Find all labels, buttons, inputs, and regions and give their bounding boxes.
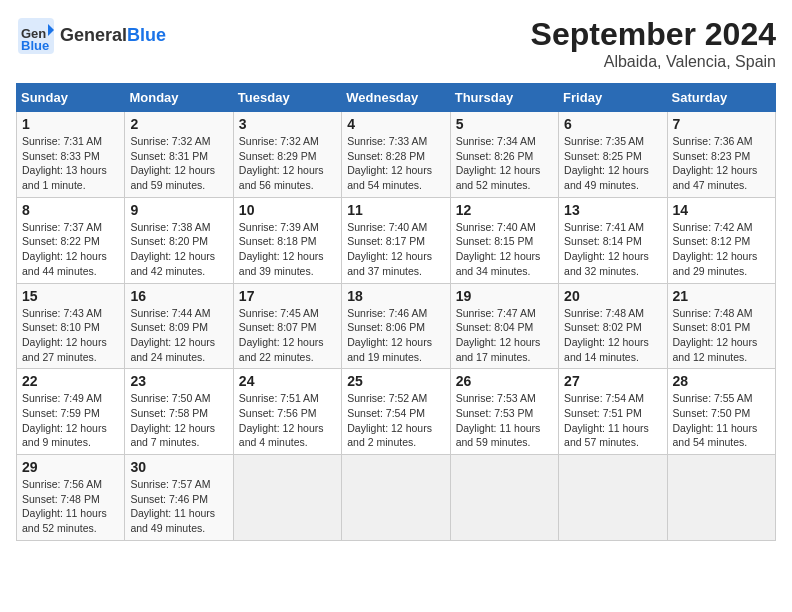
day-info: Sunrise: 7:45 AM Sunset: 8:07 PM Dayligh…	[239, 306, 336, 365]
calendar-cell: 3Sunrise: 7:32 AM Sunset: 8:29 PM Daylig…	[233, 112, 341, 198]
day-info: Sunrise: 7:46 AM Sunset: 8:06 PM Dayligh…	[347, 306, 444, 365]
logo-blue: Blue	[127, 25, 166, 45]
day-of-week-monday: Monday	[125, 84, 233, 112]
calendar-cell: 8Sunrise: 7:37 AM Sunset: 8:22 PM Daylig…	[17, 197, 125, 283]
day-info: Sunrise: 7:52 AM Sunset: 7:54 PM Dayligh…	[347, 391, 444, 450]
day-number: 10	[239, 202, 336, 218]
calendar: SundayMondayTuesdayWednesdayThursdayFrid…	[16, 83, 776, 541]
day-number: 21	[673, 288, 770, 304]
day-number: 1	[22, 116, 119, 132]
day-number: 2	[130, 116, 227, 132]
calendar-week-4: 22Sunrise: 7:49 AM Sunset: 7:59 PM Dayli…	[17, 369, 776, 455]
calendar-cell: 10Sunrise: 7:39 AM Sunset: 8:18 PM Dayli…	[233, 197, 341, 283]
day-info: Sunrise: 7:32 AM Sunset: 8:31 PM Dayligh…	[130, 134, 227, 193]
calendar-cell: 15Sunrise: 7:43 AM Sunset: 8:10 PM Dayli…	[17, 283, 125, 369]
day-number: 5	[456, 116, 553, 132]
day-info: Sunrise: 7:54 AM Sunset: 7:51 PM Dayligh…	[564, 391, 661, 450]
day-number: 22	[22, 373, 119, 389]
day-info: Sunrise: 7:35 AM Sunset: 8:25 PM Dayligh…	[564, 134, 661, 193]
calendar-cell	[559, 455, 667, 541]
day-number: 4	[347, 116, 444, 132]
day-info: Sunrise: 7:53 AM Sunset: 7:53 PM Dayligh…	[456, 391, 553, 450]
calendar-cell: 26Sunrise: 7:53 AM Sunset: 7:53 PM Dayli…	[450, 369, 558, 455]
calendar-cell: 27Sunrise: 7:54 AM Sunset: 7:51 PM Dayli…	[559, 369, 667, 455]
day-info: Sunrise: 7:51 AM Sunset: 7:56 PM Dayligh…	[239, 391, 336, 450]
calendar-cell: 24Sunrise: 7:51 AM Sunset: 7:56 PM Dayli…	[233, 369, 341, 455]
day-info: Sunrise: 7:42 AM Sunset: 8:12 PM Dayligh…	[673, 220, 770, 279]
day-number: 19	[456, 288, 553, 304]
location-title: Albaida, Valencia, Spain	[531, 53, 776, 71]
day-info: Sunrise: 7:49 AM Sunset: 7:59 PM Dayligh…	[22, 391, 119, 450]
calendar-cell: 23Sunrise: 7:50 AM Sunset: 7:58 PM Dayli…	[125, 369, 233, 455]
day-number: 3	[239, 116, 336, 132]
day-number: 24	[239, 373, 336, 389]
day-number: 27	[564, 373, 661, 389]
calendar-cell: 7Sunrise: 7:36 AM Sunset: 8:23 PM Daylig…	[667, 112, 775, 198]
day-number: 11	[347, 202, 444, 218]
day-info: Sunrise: 7:55 AM Sunset: 7:50 PM Dayligh…	[673, 391, 770, 450]
month-title: September 2024	[531, 16, 776, 53]
day-number: 20	[564, 288, 661, 304]
day-number: 9	[130, 202, 227, 218]
calendar-cell: 13Sunrise: 7:41 AM Sunset: 8:14 PM Dayli…	[559, 197, 667, 283]
day-of-week-wednesday: Wednesday	[342, 84, 450, 112]
day-info: Sunrise: 7:39 AM Sunset: 8:18 PM Dayligh…	[239, 220, 336, 279]
day-number: 13	[564, 202, 661, 218]
day-info: Sunrise: 7:43 AM Sunset: 8:10 PM Dayligh…	[22, 306, 119, 365]
day-number: 8	[22, 202, 119, 218]
day-number: 7	[673, 116, 770, 132]
day-info: Sunrise: 7:41 AM Sunset: 8:14 PM Dayligh…	[564, 220, 661, 279]
calendar-cell: 25Sunrise: 7:52 AM Sunset: 7:54 PM Dayli…	[342, 369, 450, 455]
day-info: Sunrise: 7:32 AM Sunset: 8:29 PM Dayligh…	[239, 134, 336, 193]
day-number: 17	[239, 288, 336, 304]
day-number: 15	[22, 288, 119, 304]
day-of-week-friday: Friday	[559, 84, 667, 112]
calendar-cell: 14Sunrise: 7:42 AM Sunset: 8:12 PM Dayli…	[667, 197, 775, 283]
calendar-cell: 28Sunrise: 7:55 AM Sunset: 7:50 PM Dayli…	[667, 369, 775, 455]
day-info: Sunrise: 7:57 AM Sunset: 7:46 PM Dayligh…	[130, 477, 227, 536]
day-info: Sunrise: 7:48 AM Sunset: 8:01 PM Dayligh…	[673, 306, 770, 365]
header: Gen Blue GeneralBlue September 2024 Alba…	[16, 16, 776, 71]
day-number: 30	[130, 459, 227, 475]
calendar-cell	[450, 455, 558, 541]
day-info: Sunrise: 7:50 AM Sunset: 7:58 PM Dayligh…	[130, 391, 227, 450]
day-info: Sunrise: 7:40 AM Sunset: 8:15 PM Dayligh…	[456, 220, 553, 279]
calendar-cell: 20Sunrise: 7:48 AM Sunset: 8:02 PM Dayli…	[559, 283, 667, 369]
day-info: Sunrise: 7:38 AM Sunset: 8:20 PM Dayligh…	[130, 220, 227, 279]
calendar-cell: 6Sunrise: 7:35 AM Sunset: 8:25 PM Daylig…	[559, 112, 667, 198]
day-info: Sunrise: 7:47 AM Sunset: 8:04 PM Dayligh…	[456, 306, 553, 365]
calendar-cell: 16Sunrise: 7:44 AM Sunset: 8:09 PM Dayli…	[125, 283, 233, 369]
calendar-cell	[233, 455, 341, 541]
calendar-cell: 29Sunrise: 7:56 AM Sunset: 7:48 PM Dayli…	[17, 455, 125, 541]
day-info: Sunrise: 7:37 AM Sunset: 8:22 PM Dayligh…	[22, 220, 119, 279]
calendar-week-3: 15Sunrise: 7:43 AM Sunset: 8:10 PM Dayli…	[17, 283, 776, 369]
calendar-week-1: 1Sunrise: 7:31 AM Sunset: 8:33 PM Daylig…	[17, 112, 776, 198]
day-number: 25	[347, 373, 444, 389]
calendar-cell: 9Sunrise: 7:38 AM Sunset: 8:20 PM Daylig…	[125, 197, 233, 283]
day-info: Sunrise: 7:48 AM Sunset: 8:02 PM Dayligh…	[564, 306, 661, 365]
day-info: Sunrise: 7:31 AM Sunset: 8:33 PM Dayligh…	[22, 134, 119, 193]
calendar-cell: 2Sunrise: 7:32 AM Sunset: 8:31 PM Daylig…	[125, 112, 233, 198]
day-info: Sunrise: 7:56 AM Sunset: 7:48 PM Dayligh…	[22, 477, 119, 536]
day-number: 6	[564, 116, 661, 132]
calendar-cell: 22Sunrise: 7:49 AM Sunset: 7:59 PM Dayli…	[17, 369, 125, 455]
calendar-cell: 1Sunrise: 7:31 AM Sunset: 8:33 PM Daylig…	[17, 112, 125, 198]
logo-icon: Gen Blue	[16, 16, 56, 56]
calendar-header-row: SundayMondayTuesdayWednesdayThursdayFrid…	[17, 84, 776, 112]
day-info: Sunrise: 7:36 AM Sunset: 8:23 PM Dayligh…	[673, 134, 770, 193]
logo: Gen Blue GeneralBlue	[16, 16, 166, 56]
calendar-week-5: 29Sunrise: 7:56 AM Sunset: 7:48 PM Dayli…	[17, 455, 776, 541]
svg-text:Blue: Blue	[21, 38, 49, 53]
calendar-cell: 5Sunrise: 7:34 AM Sunset: 8:26 PM Daylig…	[450, 112, 558, 198]
day-of-week-sunday: Sunday	[17, 84, 125, 112]
day-of-week-thursday: Thursday	[450, 84, 558, 112]
day-number: 28	[673, 373, 770, 389]
day-number: 18	[347, 288, 444, 304]
calendar-cell: 11Sunrise: 7:40 AM Sunset: 8:17 PM Dayli…	[342, 197, 450, 283]
calendar-cell: 21Sunrise: 7:48 AM Sunset: 8:01 PM Dayli…	[667, 283, 775, 369]
calendar-cell: 17Sunrise: 7:45 AM Sunset: 8:07 PM Dayli…	[233, 283, 341, 369]
calendar-week-2: 8Sunrise: 7:37 AM Sunset: 8:22 PM Daylig…	[17, 197, 776, 283]
calendar-cell: 19Sunrise: 7:47 AM Sunset: 8:04 PM Dayli…	[450, 283, 558, 369]
day-of-week-tuesday: Tuesday	[233, 84, 341, 112]
day-info: Sunrise: 7:33 AM Sunset: 8:28 PM Dayligh…	[347, 134, 444, 193]
